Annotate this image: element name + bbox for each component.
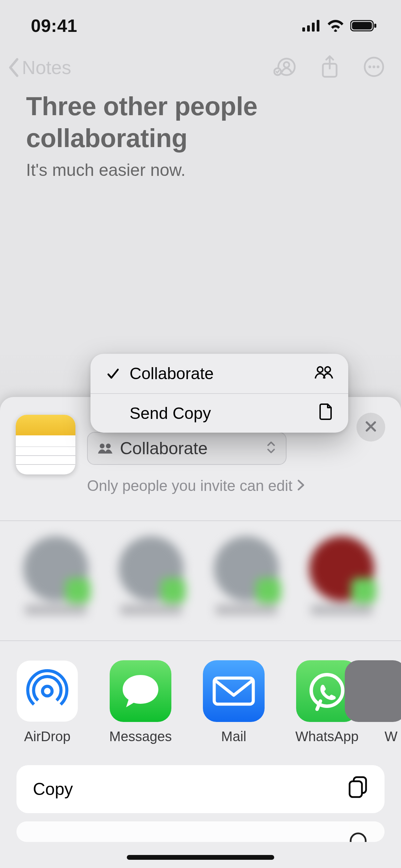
link-icon [348,831,368,842]
people-icon [97,438,113,458]
share-icon[interactable] [320,55,339,80]
app-partial-label: W [385,729,398,744]
svg-point-13 [373,65,375,68]
app-label: AirDrop [24,729,71,744]
svg-point-22 [351,833,366,842]
more-icon[interactable] [363,56,385,79]
avatar [309,536,374,601]
svg-point-16 [106,444,111,448]
app-partial[interactable] [345,660,401,722]
svg-rect-1 [307,25,310,32]
app-label: Messages [109,729,172,744]
action-copy[interactable]: Copy [16,765,385,813]
chevron-up-down-icon [266,438,276,458]
svg-point-17 [42,686,52,696]
contact-suggestion[interactable] [16,536,96,615]
note-title: Three other people collaborating [26,91,375,154]
avatar [119,536,184,601]
cellular-signal-icon [302,20,321,32]
copy-icon [348,776,368,803]
svg-point-8 [284,62,289,68]
action-partial[interactable] [16,821,385,842]
collaborate-mode-label: Collaborate [120,438,208,458]
back-button[interactable]: Notes [7,57,71,79]
share-apps-row[interactable]: AirDrop Messages Mail WhatsApp W [0,640,401,757]
app-messages[interactable]: Messages [110,660,171,744]
svg-point-19 [311,675,343,706]
svg-rect-18 [214,678,253,704]
svg-rect-0 [302,27,305,32]
contact-suggestion[interactable] [206,536,287,615]
close-icon [365,420,377,434]
share-permissions-button[interactable]: Only people you invite can edit [87,477,385,494]
collaborate-popover: Collaborate Send Copy [90,354,348,433]
popover-item-collaborate[interactable]: Collaborate [90,354,348,393]
popover-item-send-copy[interactable]: Send Copy [90,393,348,433]
action-label: Copy [33,779,73,799]
share-actions-list: Copy [0,757,401,842]
close-button[interactable] [356,413,385,442]
messages-icon [110,660,171,722]
document-icon [319,403,333,424]
contact-suggestion[interactable] [111,536,191,615]
avatar [23,536,88,601]
app-airdrop[interactable]: AirDrop [16,660,78,744]
collaborate-mode-selector[interactable]: Collaborate [87,432,287,465]
svg-point-24 [325,367,330,372]
svg-rect-5 [352,22,372,29]
collaborators-icon[interactable] [274,57,296,79]
airdrop-icon [16,660,78,722]
permission-text: Only people you invite can edit [87,477,292,494]
svg-point-15 [100,444,105,448]
nav-bar: Notes [0,51,401,91]
note-body: It's much easier now. [26,160,375,180]
svg-rect-3 [317,20,319,32]
avatar [214,536,279,601]
svg-point-12 [368,65,371,68]
note-content: Three other people collaborating It's mu… [0,91,401,180]
status-time: 09:41 [31,15,77,36]
checkmark-icon [106,368,121,379]
svg-point-14 [377,65,379,68]
svg-rect-21 [350,781,362,797]
suggested-contacts-row[interactable] [0,520,401,640]
popover-item-label: Collaborate [130,364,214,383]
status-bar: 09:41 [0,0,401,51]
people-outline-icon [314,364,333,383]
wifi-icon [327,20,344,32]
home-indicator[interactable] [127,855,274,860]
svg-point-23 [317,367,323,372]
note-thumbnail [16,415,75,474]
svg-rect-6 [374,24,376,28]
popover-item-label: Send Copy [130,404,211,423]
back-label: Notes [22,57,71,79]
battery-icon [350,20,377,32]
mail-icon [203,660,265,722]
chevron-right-icon [297,477,305,494]
app-label: Mail [221,729,246,744]
contact-suggestion[interactable] [302,536,382,615]
chevron-left-icon [7,57,20,78]
share-sheet: Collaborate Only people you invite can e… [0,397,401,868]
app-mail[interactable]: Mail [203,660,265,744]
status-right [302,20,377,32]
app-label: WhatsApp [295,729,359,744]
svg-rect-2 [312,23,315,32]
